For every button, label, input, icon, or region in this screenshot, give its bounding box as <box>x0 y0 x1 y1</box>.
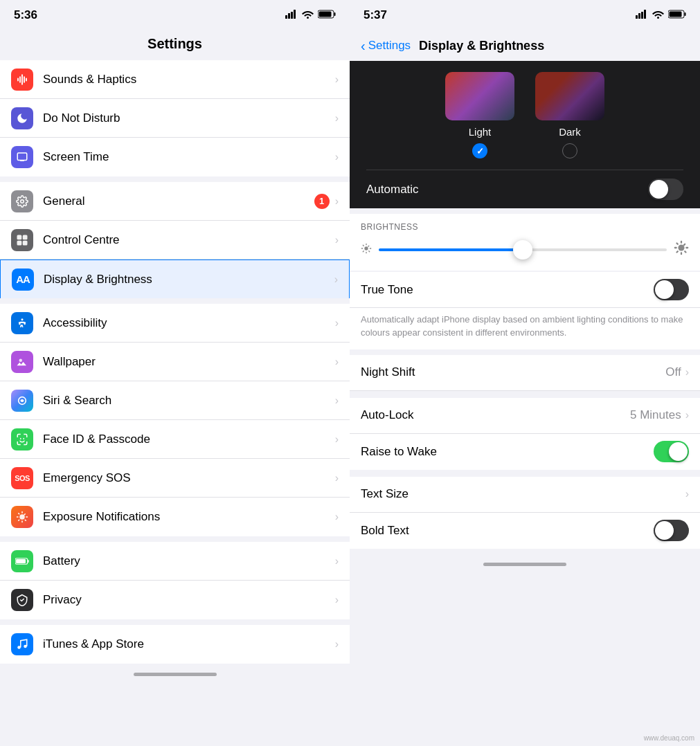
back-chevron-icon: ‹ <box>361 38 366 54</box>
sounds-icon <box>11 69 33 91</box>
svg-point-21 <box>17 646 21 649</box>
raise-to-wake-label: Raise to Wake <box>361 445 654 459</box>
brightness-thumb[interactable] <box>513 240 532 260</box>
settings-item-wallpaper[interactable]: Wallpaper › <box>0 343 350 381</box>
screentime-label: Screen Time <box>43 150 335 164</box>
svg-rect-2 <box>291 12 293 19</box>
divider-4 <box>0 619 350 625</box>
settings-item-itunes[interactable]: iTunes & App Store › <box>0 625 350 664</box>
text-size-chevron: › <box>685 488 689 500</box>
svg-rect-26 <box>644 10 646 19</box>
autolock-row[interactable]: Auto-Lock 5 Minutes › <box>350 398 700 434</box>
settings-item-sos[interactable]: SOS Emergency SOS › <box>0 459 350 498</box>
general-badge: 1 <box>314 194 330 209</box>
settings-item-faceid[interactable]: Face ID & Passcode › <box>0 420 350 459</box>
light-radio[interactable] <box>472 143 487 158</box>
svg-rect-24 <box>638 13 640 19</box>
appearance-dark-option[interactable]: Dark <box>535 72 604 158</box>
sos-icon: SOS <box>11 467 33 489</box>
bold-text-label: Bold Text <box>361 524 654 538</box>
divider-r4 <box>350 471 700 477</box>
svg-point-14 <box>21 318 24 320</box>
true-tone-row: True Tone <box>350 272 700 308</box>
divider-r3 <box>350 392 700 398</box>
settings-item-sounds[interactable]: Sounds & Haptics › <box>0 60 350 99</box>
sos-chevron: › <box>335 472 339 484</box>
general-icon <box>11 190 33 212</box>
divider-3 <box>0 536 350 542</box>
general-chevron: › <box>335 195 339 208</box>
settings-item-screentime[interactable]: Screen Time › <box>0 138 350 176</box>
svg-rect-19 <box>28 560 29 563</box>
wallpaper-icon <box>11 351 33 373</box>
battery-icon <box>318 9 336 21</box>
settings-item-general[interactable]: General 1 › <box>0 182 350 221</box>
back-label: Settings <box>368 39 411 53</box>
svg-point-22 <box>24 645 27 648</box>
settings-item-exposure[interactable]: Exposure Notifications › <box>0 498 350 536</box>
raise-to-wake-thumb <box>669 442 688 461</box>
dark-thumb <box>535 72 604 120</box>
back-button[interactable]: ‹ Settings <box>361 38 411 54</box>
dark-label: Dark <box>559 126 581 138</box>
wallpaper-chevron: › <box>335 356 339 368</box>
automatic-toggle[interactable] <box>648 179 683 200</box>
siri-label: Siri & Search <box>43 394 335 408</box>
settings-item-battery[interactable]: Battery › <box>0 542 350 581</box>
appearance-options: Light Dark <box>366 72 683 158</box>
watermark: www.deuaq.com <box>644 734 694 742</box>
settings-item-siri[interactable]: Siri & Search › <box>0 381 350 420</box>
raise-to-wake-row: Raise to Wake <box>350 434 700 470</box>
privacy-icon <box>11 589 33 611</box>
privacy-label: Privacy <box>43 593 335 607</box>
text-size-row[interactable]: Text Size › <box>350 477 700 513</box>
sos-label: Emergency SOS <box>43 471 335 485</box>
settings-item-privacy[interactable]: Privacy › <box>0 581 350 619</box>
autolock-value: 5 Minutes <box>630 408 681 422</box>
divider-r1 <box>350 208 700 214</box>
bold-text-thumb <box>655 521 674 540</box>
dark-radio[interactable] <box>562 143 577 158</box>
svg-point-17 <box>19 514 25 520</box>
text-size-label: Text Size <box>361 487 685 501</box>
sounds-chevron: › <box>335 73 339 86</box>
svg-rect-28 <box>685 12 686 16</box>
controlcentre-icon <box>11 229 33 251</box>
svg-rect-10 <box>17 235 22 239</box>
bold-text-toggle[interactable] <box>654 520 689 541</box>
true-tone-description: Automatically adapt iPhone display based… <box>350 308 700 349</box>
night-shift-row[interactable]: Night Shift Off › <box>350 355 700 391</box>
settings-item-controlcentre[interactable]: Control Centre › <box>0 221 350 260</box>
light-label: Light <box>469 126 492 138</box>
settings-item-display[interactable]: AA Display & Brightness › <box>0 260 350 298</box>
left-status-icons <box>285 9 336 21</box>
siri-chevron: › <box>335 394 339 407</box>
itunes-chevron: › <box>335 638 339 651</box>
right-time: 5:37 <box>364 8 387 22</box>
settings-item-accessibility[interactable]: Accessibility › <box>0 304 350 343</box>
general-label: General <box>43 194 314 208</box>
right-home-indicator <box>483 563 566 566</box>
right-content: Light Dark Automatic BRIGHTN <box>350 61 700 746</box>
divider-r2 <box>350 349 700 355</box>
exposure-icon <box>11 506 33 528</box>
true-tone-toggle[interactable] <box>654 279 689 300</box>
raise-to-wake-toggle[interactable] <box>654 441 689 462</box>
right-status-icons <box>636 9 686 21</box>
svg-rect-6 <box>319 12 332 17</box>
wallpaper-label: Wallpaper <box>43 355 335 369</box>
automatic-row: Automatic <box>366 170 683 208</box>
itunes-label: iTunes & App Store <box>43 637 335 651</box>
appearance-light-option[interactable]: Light <box>445 72 514 158</box>
night-shift-chevron: › <box>685 366 689 379</box>
left-status-bar: 5:36 <box>0 0 350 30</box>
svg-rect-7 <box>17 153 27 161</box>
brightness-track[interactable] <box>379 248 667 251</box>
svg-rect-1 <box>288 13 290 19</box>
settings-group-4: Battery › Privacy › <box>0 542 350 619</box>
settings-item-dnd[interactable]: Do Not Disturb › <box>0 99 350 138</box>
svg-point-30 <box>364 246 368 250</box>
true-tone-section: True Tone Automatically adapt iPhone dis… <box>350 272 700 349</box>
right-panel: 5:37 ‹ Settings Display & Brightness <box>350 0 700 746</box>
svg-point-15 <box>19 358 23 362</box>
